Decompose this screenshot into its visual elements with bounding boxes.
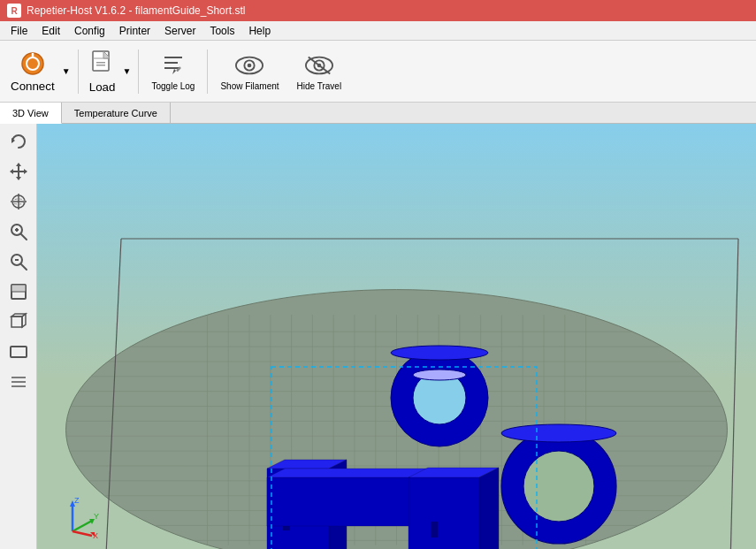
toolbar-separator-2 [138, 50, 139, 94]
toolbar: Connect ▼ Load ▼ [0, 41, 756, 103]
svg-line-52 [73, 531, 92, 536]
menu-bar: File Edit Config Printer Server Tools He… [0, 21, 756, 41]
lines-button[interactable] [4, 368, 33, 396]
svg-rect-39 [11, 316, 22, 327]
svg-line-33 [21, 234, 27, 240]
view-box-button[interactable] [4, 308, 33, 336]
svg-text:X: X [93, 531, 98, 540]
move-button[interactable] [4, 157, 33, 186]
connect-dropdown-arrow[interactable]: ▼ [60, 44, 73, 99]
svg-rect-42 [11, 347, 27, 357]
toolbar-separator-3 [207, 50, 208, 94]
svg-rect-38 [11, 285, 26, 292]
hide-travel-button[interactable]: Hide Travel [290, 44, 349, 99]
reset-view-button[interactable] [4, 127, 33, 156]
svg-rect-5 [96, 62, 105, 64]
tab-3d-view[interactable]: 3D View [0, 103, 62, 124]
menu-printer[interactable]: Printer [112, 23, 157, 39]
svg-marker-24 [10, 169, 13, 174]
show-filament-button[interactable]: Show Filament [213, 44, 286, 99]
connect-label: Connect [11, 80, 55, 93]
menu-edit[interactable]: Edit [34, 23, 67, 39]
menu-server[interactable]: Server [157, 23, 202, 39]
window-title: Repetier-Host V1.6.2 - filamentGuide_Sho… [27, 4, 245, 17]
scene-canvas [37, 124, 756, 549]
svg-rect-6 [96, 65, 105, 66]
tab-temperature-curve[interactable]: Temperature Curve [62, 103, 171, 123]
main-content: Z Y X [0, 124, 756, 549]
svg-text:Y: Y [94, 512, 99, 521]
left-sidebar [0, 124, 37, 549]
svg-line-36 [21, 264, 27, 270]
menu-config[interactable]: Config [67, 23, 112, 39]
app-icon: R [7, 4, 21, 18]
view-rect-button[interactable] [4, 338, 33, 366]
menu-tools[interactable]: Tools [202, 23, 241, 39]
load-button[interactable]: Load [84, 44, 121, 99]
title-bar: R Repetier-Host V1.6.2 - filamentGuide_S… [0, 0, 756, 21]
svg-line-49 [73, 521, 92, 531]
svg-marker-25 [24, 169, 27, 174]
svg-text:Z: Z [74, 496, 80, 505]
view-flat-button[interactable] [4, 278, 33, 306]
svg-marker-11 [172, 69, 176, 74]
axis-indicator: Z Y X [46, 487, 99, 540]
menu-help[interactable]: Help [241, 23, 278, 39]
tabs-bar: 3D View Temperature Curve [0, 103, 756, 124]
load-dropdown-arrow[interactable]: ▼ [121, 44, 134, 99]
connect-button[interactable]: Connect [5, 44, 60, 99]
menu-file[interactable]: File [4, 23, 34, 39]
toggle-log-label: Toggle Log [151, 81, 195, 92]
svg-marker-41 [11, 314, 26, 316]
hide-travel-label: Hide Travel [297, 81, 342, 92]
toolbar-separator-1 [78, 50, 79, 94]
rotate-button[interactable] [4, 187, 33, 216]
zoom-fit-button[interactable] [4, 248, 33, 276]
svg-marker-22 [16, 163, 21, 166]
svg-marker-23 [16, 177, 21, 180]
show-filament-label: Show Filament [220, 81, 279, 92]
svg-point-14 [248, 63, 252, 67]
zoom-in-button[interactable] [4, 217, 33, 246]
toggle-log-button[interactable]: Toggle Log [144, 44, 202, 99]
3d-viewport[interactable]: Z Y X [37, 124, 756, 549]
load-label: Load [89, 80, 116, 94]
